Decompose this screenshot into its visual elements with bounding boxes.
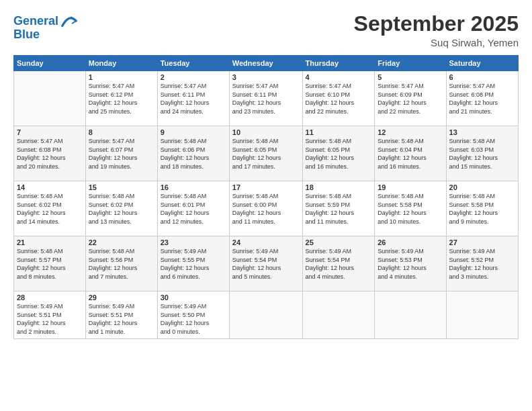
day-info: Sunrise: 5:48 AM Sunset: 6:06 PM Dayligh…: [161, 137, 226, 171]
day-info: Sunrise: 5:47 AM Sunset: 6:09 PM Dayligh…: [378, 82, 443, 116]
day-number: 15: [89, 183, 154, 191]
calendar-table: Sunday Monday Tuesday Wednesday Thursday…: [13, 55, 519, 338]
calendar-cell: 13Sunrise: 5:48 AM Sunset: 6:03 PM Dayli…: [446, 126, 518, 181]
day-info: Sunrise: 5:48 AM Sunset: 6:05 PM Dayligh…: [306, 137, 372, 171]
calendar-cell: 30Sunrise: 5:49 AM Sunset: 5:50 PM Dayli…: [157, 291, 229, 338]
day-number: 18: [306, 183, 372, 191]
day-number: 4: [306, 73, 372, 81]
calendar-cell: 21Sunrise: 5:48 AM Sunset: 5:57 PM Dayli…: [14, 236, 86, 291]
day-info: Sunrise: 5:47 AM Sunset: 6:08 PM Dayligh…: [449, 82, 515, 116]
location-subtitle: Suq Sirwah, Yemen: [354, 37, 519, 48]
day-number: 10: [232, 128, 300, 136]
calendar-cell: 27Sunrise: 5:49 AM Sunset: 5:52 PM Dayli…: [446, 236, 518, 291]
day-info: Sunrise: 5:49 AM Sunset: 5:51 PM Dayligh…: [17, 302, 83, 336]
day-info: Sunrise: 5:48 AM Sunset: 6:02 PM Dayligh…: [17, 192, 83, 226]
logo-text-general: General: [13, 15, 58, 28]
day-number: 3: [232, 73, 300, 81]
day-info: Sunrise: 5:49 AM Sunset: 5:54 PM Dayligh…: [306, 247, 372, 281]
day-number: 11: [306, 128, 372, 136]
calendar-cell: 2Sunrise: 5:47 AM Sunset: 6:11 PM Daylig…: [157, 71, 229, 126]
weekday-header-row: Sunday Monday Tuesday Wednesday Thursday…: [14, 56, 519, 71]
calendar-page: General Blue September 2025 Suq Sirwah, …: [0, 0, 532, 411]
day-number: 25: [306, 238, 372, 246]
day-info: Sunrise: 5:47 AM Sunset: 6:12 PM Dayligh…: [89, 82, 154, 116]
calendar-week-row: 14Sunrise: 5:48 AM Sunset: 6:02 PM Dayli…: [14, 181, 519, 236]
day-number: 16: [161, 183, 226, 191]
day-number: 28: [17, 293, 83, 302]
day-number: 8: [89, 128, 154, 136]
day-number: 7: [17, 128, 83, 136]
calendar-cell: 15Sunrise: 5:48 AM Sunset: 6:02 PM Dayli…: [85, 181, 157, 236]
calendar-cell: 19Sunrise: 5:48 AM Sunset: 5:58 PM Dayli…: [375, 181, 446, 236]
calendar-cell: 5Sunrise: 5:47 AM Sunset: 6:09 PM Daylig…: [375, 71, 446, 126]
day-info: Sunrise: 5:48 AM Sunset: 6:03 PM Dayligh…: [449, 137, 515, 171]
calendar-week-row: 7Sunrise: 5:47 AM Sunset: 6:08 PM Daylig…: [14, 126, 519, 181]
day-number: 30: [161, 293, 226, 302]
title-block: September 2025 Suq Sirwah, Yemen: [354, 12, 519, 48]
calendar-cell: [14, 71, 86, 126]
calendar-cell: 7Sunrise: 5:47 AM Sunset: 6:08 PM Daylig…: [14, 126, 86, 181]
day-number: 2: [161, 73, 226, 81]
day-number: 6: [449, 73, 515, 81]
day-info: Sunrise: 5:49 AM Sunset: 5:50 PM Dayligh…: [161, 302, 226, 336]
calendar-cell: [375, 291, 446, 338]
logo-text-blue: Blue: [13, 28, 40, 42]
day-number: 22: [89, 238, 154, 246]
day-info: Sunrise: 5:48 AM Sunset: 6:04 PM Dayligh…: [378, 137, 443, 171]
calendar-cell: 1Sunrise: 5:47 AM Sunset: 6:12 PM Daylig…: [85, 71, 157, 126]
header-tuesday: Tuesday: [157, 56, 229, 71]
day-info: Sunrise: 5:47 AM Sunset: 6:08 PM Dayligh…: [17, 137, 83, 171]
calendar-cell: [229, 291, 302, 338]
day-number: 26: [378, 238, 443, 246]
day-info: Sunrise: 5:48 AM Sunset: 5:57 PM Dayligh…: [17, 247, 83, 281]
day-info: Sunrise: 5:47 AM Sunset: 6:07 PM Dayligh…: [89, 137, 154, 171]
day-info: Sunrise: 5:48 AM Sunset: 6:01 PM Dayligh…: [161, 192, 226, 226]
day-number: 5: [378, 73, 443, 81]
header-saturday: Saturday: [446, 56, 518, 71]
day-info: Sunrise: 5:48 AM Sunset: 6:02 PM Dayligh…: [89, 192, 154, 226]
calendar-cell: 25Sunrise: 5:49 AM Sunset: 5:54 PM Dayli…: [302, 236, 375, 291]
day-info: Sunrise: 5:49 AM Sunset: 5:54 PM Dayligh…: [232, 247, 300, 281]
calendar-cell: 28Sunrise: 5:49 AM Sunset: 5:51 PM Dayli…: [14, 291, 86, 338]
calendar-cell: 9Sunrise: 5:48 AM Sunset: 6:06 PM Daylig…: [157, 126, 229, 181]
day-info: Sunrise: 5:49 AM Sunset: 5:55 PM Dayligh…: [161, 247, 226, 281]
day-number: 20: [449, 183, 515, 191]
day-info: Sunrise: 5:48 AM Sunset: 6:00 PM Dayligh…: [232, 192, 300, 226]
calendar-week-row: 1Sunrise: 5:47 AM Sunset: 6:12 PM Daylig…: [14, 71, 519, 126]
calendar-cell: 8Sunrise: 5:47 AM Sunset: 6:07 PM Daylig…: [85, 126, 157, 181]
day-info: Sunrise: 5:47 AM Sunset: 6:11 PM Dayligh…: [232, 82, 300, 116]
calendar-cell: 18Sunrise: 5:48 AM Sunset: 5:59 PM Dayli…: [302, 181, 375, 236]
day-number: 21: [17, 238, 83, 246]
header-wednesday: Wednesday: [229, 56, 302, 71]
calendar-cell: 26Sunrise: 5:49 AM Sunset: 5:53 PM Dayli…: [375, 236, 446, 291]
calendar-week-row: 28Sunrise: 5:49 AM Sunset: 5:51 PM Dayli…: [14, 291, 519, 338]
calendar-cell: 24Sunrise: 5:49 AM Sunset: 5:54 PM Dayli…: [229, 236, 302, 291]
calendar-cell: 16Sunrise: 5:48 AM Sunset: 6:01 PM Dayli…: [157, 181, 229, 236]
calendar-cell: 11Sunrise: 5:48 AM Sunset: 6:05 PM Dayli…: [302, 126, 375, 181]
calendar-cell: 14Sunrise: 5:48 AM Sunset: 6:02 PM Dayli…: [14, 181, 86, 236]
day-number: 27: [449, 238, 515, 246]
day-number: 24: [232, 238, 300, 246]
calendar-cell: 4Sunrise: 5:47 AM Sunset: 6:10 PM Daylig…: [302, 71, 375, 126]
logo-icon: [60, 12, 79, 31]
day-info: Sunrise: 5:47 AM Sunset: 6:10 PM Dayligh…: [306, 82, 372, 116]
month-title: September 2025: [354, 12, 519, 36]
calendar-cell: 3Sunrise: 5:47 AM Sunset: 6:11 PM Daylig…: [229, 71, 302, 126]
day-number: 1: [89, 73, 154, 81]
day-info: Sunrise: 5:47 AM Sunset: 6:11 PM Dayligh…: [161, 82, 226, 116]
day-number: 29: [89, 293, 154, 302]
calendar-cell: 23Sunrise: 5:49 AM Sunset: 5:55 PM Dayli…: [157, 236, 229, 291]
day-info: Sunrise: 5:48 AM Sunset: 5:58 PM Dayligh…: [378, 192, 443, 226]
header-monday: Monday: [85, 56, 157, 71]
day-info: Sunrise: 5:48 AM Sunset: 5:59 PM Dayligh…: [306, 192, 372, 226]
header-sunday: Sunday: [14, 56, 86, 71]
day-number: 14: [17, 183, 83, 191]
day-info: Sunrise: 5:48 AM Sunset: 6:05 PM Dayligh…: [232, 137, 300, 171]
day-number: 9: [161, 128, 226, 136]
calendar-cell: 29Sunrise: 5:49 AM Sunset: 5:51 PM Dayli…: [85, 291, 157, 338]
day-info: Sunrise: 5:49 AM Sunset: 5:51 PM Dayligh…: [89, 302, 154, 336]
day-info: Sunrise: 5:48 AM Sunset: 5:56 PM Dayligh…: [89, 247, 154, 281]
logo: General Blue: [13, 12, 79, 42]
calendar-cell: 10Sunrise: 5:48 AM Sunset: 6:05 PM Dayli…: [229, 126, 302, 181]
calendar-cell: 12Sunrise: 5:48 AM Sunset: 6:04 PM Dayli…: [375, 126, 446, 181]
